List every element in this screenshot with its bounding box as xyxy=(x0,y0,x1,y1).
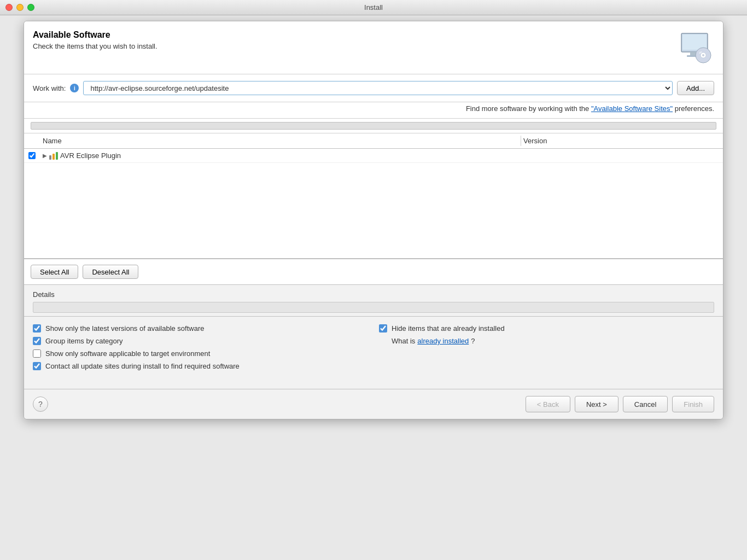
cancel-button[interactable]: Cancel xyxy=(623,396,668,412)
details-section: Details xyxy=(24,285,723,317)
what-is-installed-row: What is already installed ? xyxy=(392,337,714,345)
group-by-category-checkbox[interactable] xyxy=(33,337,41,345)
group-by-category-label: Group items by category xyxy=(45,337,123,345)
row-name: ▶ AVR Eclipse Plugin xyxy=(40,150,537,161)
find-more-suffix: preferences. xyxy=(675,104,714,113)
find-more-prefix: Find more software by working with the xyxy=(466,104,591,113)
title-bar: Install xyxy=(0,0,747,15)
what-is-suffix: ? xyxy=(471,337,475,345)
window-title: Install xyxy=(364,3,383,11)
hide-installed-option: Hide items that are already installed xyxy=(379,324,714,332)
row-checkbox-container xyxy=(24,152,40,159)
details-bar xyxy=(33,302,714,313)
plugin-icon xyxy=(49,152,58,160)
dialog-header: Available Software Check the items that … xyxy=(24,21,723,74)
window-controls xyxy=(5,4,34,11)
show-applicable-option: Show only software applicable to target … xyxy=(33,349,368,358)
nav-buttons: < Back Next > Cancel Finish xyxy=(526,396,714,412)
options-right-col: Hide items that are already installed Wh… xyxy=(379,324,714,370)
select-all-button[interactable]: Select All xyxy=(31,265,78,279)
find-more-row: Find more software by working with the "… xyxy=(24,102,723,119)
hide-installed-checkbox[interactable] xyxy=(379,324,387,332)
plugin-name: AVR Eclipse Plugin xyxy=(60,151,121,160)
software-table: Name Version ▶ AVR Eclipse Plugin xyxy=(24,133,723,259)
show-latest-option: Show only the latest versions of availab… xyxy=(33,324,368,332)
show-applicable-label: Show only software applicable to target … xyxy=(45,349,210,358)
contact-update-sites-label: Contact all update sites during install … xyxy=(45,362,240,370)
svg-point-6 xyxy=(702,54,704,56)
table-header: Name Version xyxy=(24,133,723,149)
show-latest-label: Show only the latest versions of availab… xyxy=(45,324,205,332)
options-left-col: Show only the latest versions of availab… xyxy=(33,324,368,370)
finish-button[interactable]: Finish xyxy=(672,396,714,412)
work-with-label: Work with: xyxy=(33,84,66,92)
row-version xyxy=(537,155,723,157)
page-subtitle: Check the items that you wish to install… xyxy=(33,42,157,50)
progress-bar xyxy=(31,122,716,130)
header-text: Available Software Check the items that … xyxy=(33,30,157,50)
options-section: Show only the latest versions of availab… xyxy=(24,317,723,378)
extra-col-header xyxy=(707,136,723,146)
contact-update-sites-checkbox[interactable] xyxy=(33,362,41,370)
name-col-header: Name xyxy=(40,136,521,146)
details-label: Details xyxy=(33,290,714,299)
add-button[interactable]: Add... xyxy=(677,81,714,95)
table-body: ▶ AVR Eclipse Plugin xyxy=(24,149,723,258)
back-button[interactable]: < Back xyxy=(526,396,570,412)
already-installed-link[interactable]: already installed xyxy=(417,337,469,345)
select-buttons-row: Select All Deselect All xyxy=(24,259,723,285)
expand-arrow-icon[interactable]: ▶ xyxy=(43,153,47,159)
check-col-header xyxy=(24,136,40,146)
bottom-nav-bar: ? < Back Next > Cancel Finish xyxy=(24,389,723,419)
close-button[interactable] xyxy=(5,4,13,11)
group-by-category-option: Group items by category xyxy=(33,337,368,345)
help-button[interactable]: ? xyxy=(33,396,48,412)
deselect-all-button[interactable]: Deselect All xyxy=(83,265,138,279)
maximize-button[interactable] xyxy=(27,4,34,11)
what-is-prefix: What is xyxy=(392,337,415,345)
hide-installed-label: Hide items that are already installed xyxy=(392,324,505,332)
minimize-button[interactable] xyxy=(16,4,24,11)
next-button[interactable]: Next > xyxy=(575,396,618,412)
version-col-header: Version xyxy=(521,136,707,146)
url-select[interactable]: http://avr-eclipse.sourceforge.net/updat… xyxy=(83,81,673,95)
show-latest-checkbox[interactable] xyxy=(33,324,41,332)
row-checkbox[interactable] xyxy=(28,152,36,159)
install-icon xyxy=(677,30,712,65)
show-applicable-checkbox[interactable] xyxy=(33,349,41,358)
install-dialog: Available Software Check the items that … xyxy=(24,21,723,419)
contact-update-sites-option: Contact all update sites during install … xyxy=(33,362,368,370)
table-row: ▶ AVR Eclipse Plugin xyxy=(24,149,723,163)
work-with-row: Work with: i http://avr-eclipse.sourcefo… xyxy=(24,74,723,102)
progress-area xyxy=(24,119,723,133)
page-title: Available Software xyxy=(33,30,157,40)
available-software-sites-link[interactable]: "Available Software Sites" xyxy=(591,104,673,113)
info-icon[interactable]: i xyxy=(70,84,79,92)
